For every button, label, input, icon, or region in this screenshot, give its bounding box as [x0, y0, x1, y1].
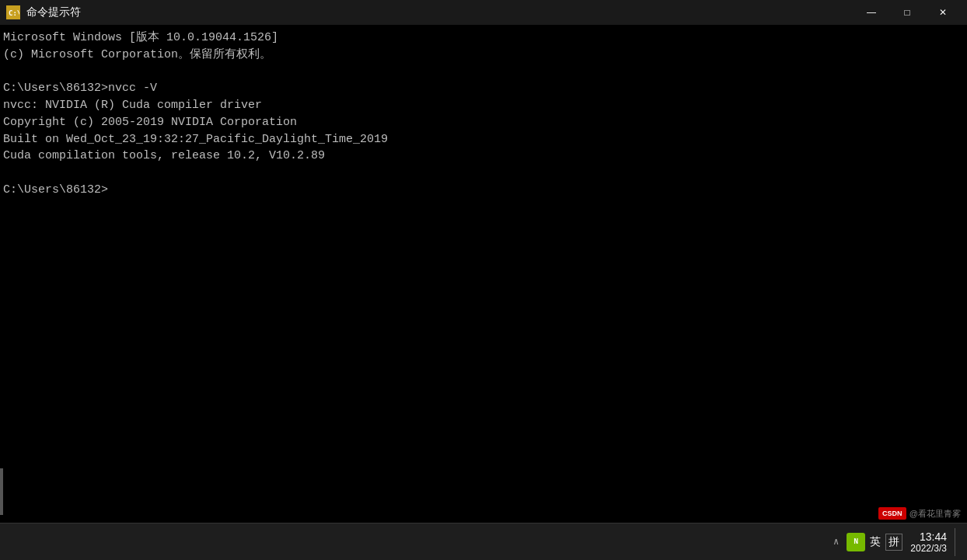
close-button[interactable]: ✕: [925, 0, 961, 25]
terminal-line: C:\Users\86132>nvcc -V: [3, 80, 964, 97]
terminal-line: nvcc: NVIDIA (R) Cuda compiler driver: [3, 97, 964, 114]
scroll-thumb[interactable]: [0, 468, 3, 515]
taskbar-system-tray: ∧ N 英 拼 13:44 2022/3/3: [830, 528, 961, 556]
scrollbar[interactable]: [0, 25, 3, 523]
tray-chevron[interactable]: ∧: [830, 533, 842, 551]
language-indicator[interactable]: 英: [870, 535, 881, 549]
terminal-line: [3, 165, 964, 182]
nvidia-tray-icon[interactable]: N: [847, 533, 865, 551]
terminal-area[interactable]: Microsoft Windows [版本 10.0.19044.1526](c…: [0, 25, 967, 523]
terminal-line: Built on Wed_Oct_23_19:32:27_Pacific_Day…: [3, 131, 964, 148]
watermark: CSDN @看花里青雾: [878, 507, 961, 520]
watermark-text: @看花里青雾: [909, 508, 961, 520]
time-display: 13:44: [920, 530, 947, 543]
ime-indicator[interactable]: 拼: [885, 534, 902, 551]
window-title: 命令提示符: [26, 5, 81, 19]
terminal-line: (c) Microsoft Corporation。保留所有权利。: [3, 47, 964, 64]
minimize-button[interactable]: —: [854, 0, 889, 25]
title-bar: C:\ 命令提示符 — □ ✕: [0, 0, 967, 25]
maximize-button[interactable]: □: [889, 0, 925, 25]
cmd-icon: C:\: [6, 5, 20, 19]
terminal-line: Cuda compilation tools, release 10.2, V1…: [3, 148, 964, 165]
date-display: 2022/3/3: [910, 543, 947, 554]
terminal-line: C:\Users\86132>: [3, 182, 964, 199]
csdn-logo: CSDN: [878, 507, 906, 520]
terminal-line: Microsoft Windows [版本 10.0.19044.1526]: [3, 30, 964, 47]
terminal-line: Copyright (c) 2005-2019 NVIDIA Corporati…: [3, 114, 964, 131]
svg-text:C:\: C:\: [9, 9, 19, 17]
clock[interactable]: 13:44 2022/3/3: [907, 530, 950, 554]
show-desktop-button[interactable]: [955, 528, 961, 556]
terminal-line: [3, 64, 964, 81]
taskbar: ∧ N 英 拼 13:44 2022/3/3: [0, 523, 967, 560]
window-controls: — □ ✕: [854, 0, 961, 25]
